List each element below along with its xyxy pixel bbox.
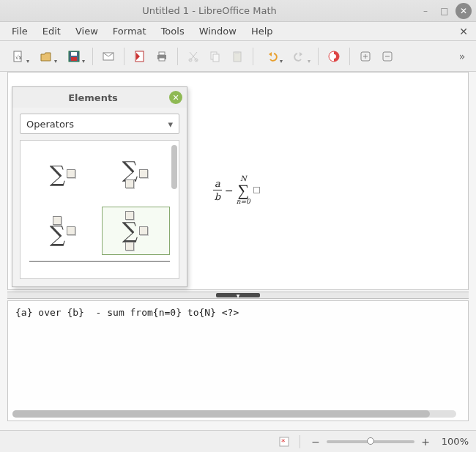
menubar: File Edit View Format Tools Window Help …: [0, 22, 476, 41]
menu-view[interactable]: View: [68, 23, 105, 39]
copy-icon: [209, 50, 222, 63]
palette-divider: [29, 261, 170, 262]
splitter-handle[interactable]: ▼: [7, 292, 469, 299]
zoom-percent-label[interactable]: 100%: [439, 436, 469, 447]
menu-format[interactable]: Format: [105, 23, 154, 39]
svg-rect-9: [159, 58, 165, 61]
operator-sum-from-to[interactable]: ∑: [102, 207, 170, 255]
undo-icon: [265, 50, 278, 63]
close-window-button[interactable]: ✕: [455, 3, 472, 19]
minimize-button[interactable]: –: [417, 3, 434, 19]
operator-sum[interactable]: ∑: [29, 149, 97, 198]
undo-button[interactable]: [259, 47, 284, 66]
sum-lower-limit: n=0: [237, 199, 250, 205]
email-button[interactable]: [99, 47, 118, 66]
open-icon: [40, 50, 53, 63]
zoom-in-button[interactable]: [356, 47, 375, 66]
close-document-button[interactable]: ✕: [455, 24, 472, 39]
svg-rect-3: [71, 52, 77, 56]
svg-point-17: [332, 54, 336, 59]
zoom-slider-knob[interactable]: [367, 437, 374, 445]
zoom-plus-button[interactable]: +: [420, 436, 431, 448]
menu-help[interactable]: Help: [244, 23, 280, 39]
menu-edit[interactable]: Edit: [35, 23, 68, 39]
svg-text:√x: √x: [15, 54, 21, 61]
svg-rect-15: [235, 51, 239, 53]
toolbar-overflow-button[interactable]: »: [454, 51, 470, 62]
elements-panel-close-button[interactable]: ✕: [169, 91, 182, 104]
print-button[interactable]: [152, 47, 171, 66]
operator-sum-to[interactable]: ∑: [29, 207, 97, 255]
pdf-button[interactable]: [130, 47, 149, 66]
help-button[interactable]: [324, 47, 343, 66]
new-doc-button[interactable]: √x: [6, 47, 31, 66]
elements-panel-title: Elements: [17, 92, 169, 103]
email-icon: [102, 50, 115, 63]
menu-tools[interactable]: Tools: [154, 23, 192, 39]
fraction-denominator: b: [215, 192, 220, 201]
copy-button[interactable]: [206, 47, 225, 66]
paste-button[interactable]: [228, 47, 247, 66]
placeholder-icon: [253, 187, 260, 193]
new-doc-icon: √x: [12, 50, 25, 63]
zoom-in-icon: [359, 50, 372, 63]
print-icon: [155, 50, 168, 63]
menu-window[interactable]: Window: [192, 23, 244, 39]
save-icon: [67, 50, 81, 63]
open-button[interactable]: [34, 47, 59, 66]
horizontal-scrollbar[interactable]: [12, 410, 456, 418]
redo-icon: [293, 50, 306, 63]
zoom-out-button[interactable]: [378, 47, 397, 66]
svg-text:*: *: [281, 437, 286, 447]
modified-indicator-icon[interactable]: *: [279, 437, 289, 447]
menu-file[interactable]: File: [4, 23, 35, 39]
command-editor[interactable]: {a} over {b} - sum from{n=0} to{N} <?>: [7, 300, 469, 421]
cut-button[interactable]: [184, 47, 203, 66]
help-icon: [327, 50, 341, 63]
titlebar: Untitled 1 - LibreOffice Math – □ ✕: [0, 0, 476, 22]
save-button[interactable]: [62, 47, 86, 66]
window-title: Untitled 1 - LibreOffice Math: [4, 5, 414, 16]
elements-panel-header[interactable]: Elements ✕: [12, 87, 187, 108]
elements-category-select[interactable]: Operators: [20, 114, 179, 134]
paste-icon: [231, 50, 244, 63]
cut-icon: [187, 50, 200, 63]
svg-rect-13: [213, 54, 219, 62]
zoom-out-icon: [381, 50, 394, 63]
svg-rect-4: [71, 57, 77, 61]
elements-palette: ∑ ∑ ∑: [20, 140, 179, 279]
rendered-formula: a b − N ∑ n=0: [213, 175, 260, 205]
zoom-slider[interactable]: [327, 440, 414, 443]
palette-scrollbar[interactable]: [171, 145, 177, 189]
command-text[interactable]: {a} over {b} - sum from{n=0} to{N} <?>: [8, 301, 468, 324]
operator-sum-from[interactable]: ∑: [102, 149, 170, 198]
redo-button[interactable]: [287, 47, 312, 66]
maximize-button[interactable]: □: [436, 3, 453, 19]
sigma-icon: ∑: [237, 182, 249, 199]
elements-panel[interactable]: Elements ✕ Operators ∑ ∑: [12, 86, 187, 287]
toolbar: √x »: [0, 41, 476, 72]
zoom-minus-button[interactable]: −: [310, 436, 321, 448]
elements-category-value: Operators: [26, 119, 74, 130]
pdf-icon: [133, 50, 146, 63]
statusbar: * − + 100%: [0, 430, 476, 452]
fraction-numerator: a: [215, 179, 220, 188]
svg-rect-8: [159, 52, 165, 55]
